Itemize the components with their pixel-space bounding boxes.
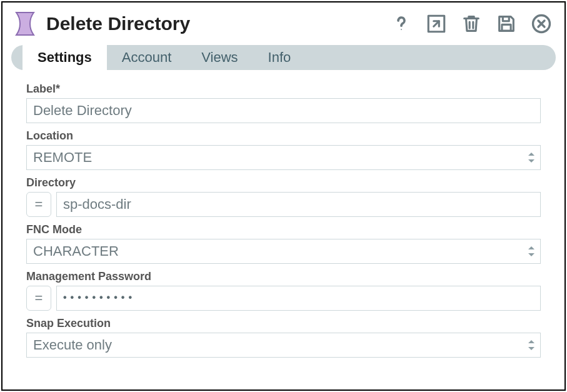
snap-execution-label: Snap Execution — [26, 317, 541, 330]
delete-icon[interactable] — [461, 13, 482, 34]
tab-account[interactable]: Account — [107, 45, 187, 70]
field-fnc-mode: FNC Mode — [26, 223, 541, 264]
directory-expression-toggle[interactable]: = — [26, 192, 51, 217]
fnc-mode-select[interactable] — [26, 239, 541, 264]
dialog-frame: Delete Directory — [1, 1, 566, 391]
tab-info[interactable]: Info — [253, 45, 306, 70]
page-title: Delete Directory — [46, 13, 190, 34]
header: Delete Directory — [11, 11, 556, 41]
form-area: Label* Location Directory = FNC Mode — [11, 70, 556, 358]
password-expression-toggle[interactable]: = — [26, 286, 51, 311]
field-directory: Directory = — [26, 176, 541, 217]
location-select[interactable] — [26, 145, 541, 170]
snap-execution-select[interactable] — [26, 333, 541, 358]
help-icon[interactable] — [391, 13, 412, 34]
location-label: Location — [26, 129, 541, 143]
management-password-label: Management Password — [26, 270, 541, 283]
label-input[interactable] — [26, 98, 541, 123]
fnc-mode-label: FNC Mode — [26, 223, 541, 236]
tab-views[interactable]: Views — [186, 45, 253, 70]
svg-rect-2 — [502, 24, 511, 31]
directory-input[interactable] — [56, 192, 541, 217]
directory-label: Directory — [26, 176, 541, 189]
tab-settings[interactable]: Settings — [23, 45, 107, 70]
field-location: Location — [26, 129, 541, 170]
field-label: Label* — [26, 83, 541, 123]
field-snap-execution: Snap Execution — [26, 317, 541, 358]
save-icon[interactable] — [496, 13, 517, 34]
header-icons — [391, 13, 552, 34]
close-icon[interactable] — [531, 13, 552, 34]
export-icon[interactable] — [426, 13, 447, 34]
header-left: Delete Directory — [15, 11, 190, 36]
svg-point-0 — [401, 29, 402, 30]
snap-icon — [15, 11, 38, 36]
tab-bar: Settings Account Views Info — [11, 45, 556, 70]
label-label: Label* — [26, 83, 541, 96]
field-management-password: Management Password = •••••••••• — [26, 270, 541, 311]
management-password-input[interactable]: •••••••••• — [56, 286, 541, 311]
